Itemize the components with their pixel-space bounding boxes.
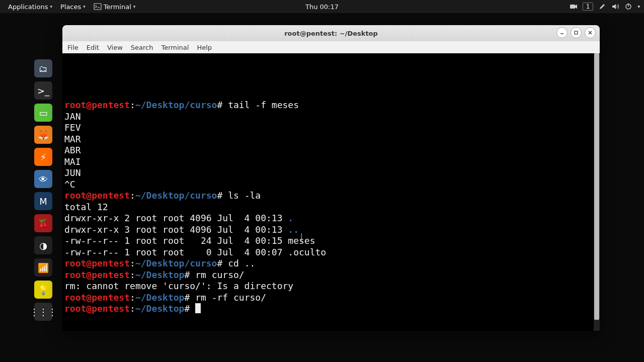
scrollbar-thumb[interactable] [594,53,599,320]
prompt-line: root@pentest:~/Desktop/curso# tail -f me… [64,100,598,111]
window-title: root@pentest: ~/Desktop [284,30,378,37]
terminal-window: root@pentest: ~/Desktop FileEditViewSear… [62,25,600,331]
dock-item-bulb[interactable]: 💡 [34,281,52,299]
power-icon[interactable] [624,3,632,11]
output-line: total 12 [64,202,598,213]
prompt-line: root@pentest:~/Desktop# rm -rf curso/ [64,292,598,304]
clock[interactable]: Thu 00:17 [305,3,339,11]
places-menu[interactable]: Places ▾ [56,3,90,11]
menu-help[interactable]: Help [197,44,212,51]
prompt-line: root@pentest:~/Desktop# [64,303,598,315]
top-bar: Applications ▾ Places ▾ Terminal ▾ Thu 0… [0,0,644,13]
terminal-app-menu[interactable]: Terminal ▾ [90,3,139,11]
terminal-app-label: Terminal [104,3,131,11]
workspace-indicator[interactable]: 1 [583,3,594,11]
output-line: FEV [64,122,598,134]
applications-label: Applications [8,3,48,11]
dock-item-burp[interactable]: ⚡ [34,148,52,166]
chevron-down-icon: ▾ [83,4,86,9]
terminal-icon [94,3,102,11]
dock-item-wifi[interactable]: 📶 [34,258,52,277]
dock-item-colors[interactable]: ◑ [34,236,52,254]
menu-file[interactable]: File [67,44,78,51]
output-line: MAI [64,156,598,168]
volume-icon[interactable] [611,3,619,11]
output-line: rm: cannot remove 'curso/': Is a directo… [64,281,598,292]
topbar-right: 1 ▾ [570,3,640,11]
svg-rect-5 [575,31,578,34]
menu-edit[interactable]: Edit [87,44,99,51]
dock-item-files[interactable]: 🗂 [34,59,52,77]
minimize-button[interactable] [556,27,568,38]
dock-item-cherry[interactable]: 🍒 [34,214,52,232]
output-line: -rw-r--r-- 1 root root 24 Jul 4 00:15 me… [64,235,598,247]
chevron-down-icon[interactable]: ▾ [637,4,640,9]
output-line: -rw-r--r-- 1 root root 0 Jul 4 00:07 .oc… [64,247,598,258]
dock: 🗂>_▭🦊⚡👁M🍒◑📶💡⋮⋮⋮ [34,59,54,321]
applications-menu[interactable]: Applications ▾ [4,3,56,11]
window-menubar: FileEditViewSearchTerminalHelp [62,41,600,53]
record-icon[interactable] [570,3,578,11]
output-line: MAR [64,134,598,145]
close-button[interactable] [585,27,596,38]
svg-rect-0 [94,4,101,10]
menu-terminal[interactable]: Terminal [161,44,189,51]
window-controls [556,27,596,38]
output-line: drwxr-xr-x 3 root root 4096 Jul 4 00:13 … [64,224,598,236]
chevron-down-icon: ▾ [50,4,52,9]
text-cursor-icon [301,233,302,242]
dock-item-metasploit[interactable]: M [34,192,52,210]
cursor-block [195,303,201,313]
brush-icon[interactable] [598,3,606,11]
menu-search[interactable]: Search [131,44,153,51]
terminal-body[interactable]: root@pentest:~/Desktop/curso# tail -f me… [62,53,600,331]
output-line: JAN [64,111,598,123]
menu-view[interactable]: View [107,44,123,51]
dock-item-terminal[interactable]: >_ [34,81,52,100]
prompt-line: root@pentest:~/Desktop/curso# cd .. [64,258,598,269]
dock-item-eye[interactable]: 👁 [34,170,52,188]
dock-item-apps[interactable]: ⋮⋮⋮ [34,303,52,321]
prompt-line: root@pentest:~/Desktop# rm curso/ [64,269,598,281]
prompt-line: root@pentest:~/Desktop/curso# ls -la [64,190,598,202]
output-line: ^C [64,179,598,191]
output-line: drwxr-xr-x 2 root root 4096 Jul 4 00:13 … [64,213,598,224]
dock-item-firefox[interactable]: 🦊 [34,126,52,144]
output-line: JUN [64,167,598,179]
output-line: ABR [64,145,598,156]
window-titlebar[interactable]: root@pentest: ~/Desktop [62,25,600,41]
dock-item-text-editor[interactable]: ▭ [34,104,52,122]
svg-rect-1 [570,5,575,9]
places-label: Places [60,3,81,11]
chevron-down-icon: ▾ [133,4,136,9]
scrollbar[interactable] [594,53,600,331]
maximize-button[interactable] [571,27,582,38]
